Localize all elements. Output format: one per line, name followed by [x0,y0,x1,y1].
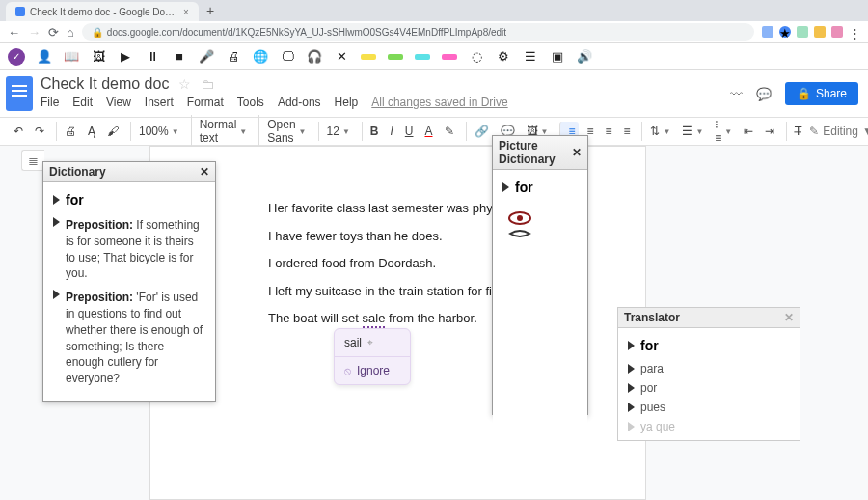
docs-logo-icon[interactable] [6,76,33,111]
bullet-list-icon[interactable]: ⁝≡▼ [711,115,736,148]
close-icon[interactable]: ✕ [572,146,582,159]
docs-toolbar: ↶ ↷ 🖨 Ą 🖌 100%▼ Normal text▼ Open Sans▼ … [0,117,868,146]
translate-icon[interactable]: 🌐 [253,49,268,65]
checkit-icon[interactable]: ✓ [8,48,25,66]
close-tab-icon[interactable]: × [183,7,189,17]
stop-icon[interactable]: ■ [172,49,187,65]
clear-highlight-icon[interactable]: ◌ [469,49,484,65]
voice-icon[interactable]: 🎤 [199,49,214,65]
shuffle-icon[interactable]: ✕ [334,49,349,65]
clear-format-icon[interactable]: T̶ [786,122,805,141]
spellcheck-icon[interactable]: Ą [84,122,99,141]
suggestion-option[interactable]: sail ⌖ [335,329,410,357]
expand-icon[interactable] [628,341,635,350]
underline-icon[interactable]: U [401,122,418,141]
zoom-select[interactable]: 100%▼ [130,122,183,141]
mode-select[interactable]: ✎ Editing▼ [809,125,868,138]
url-input[interactable]: 🔒 docs.google.com/document/d/1KQzE5NkSyY… [82,23,754,41]
menu-help[interactable]: Help [335,96,359,109]
back-icon[interactable]: ← [8,25,20,40]
picture-dictionary-panel[interactable]: Picture Dictionary ✕ for [492,135,588,415]
italic-icon[interactable]: I [386,122,396,141]
ext-icon[interactable] [762,26,773,38]
menu-file[interactable]: File [41,96,59,109]
ext-icon[interactable] [831,26,843,38]
ext-icon[interactable]: ★ [779,26,791,38]
indent-decrease-icon[interactable]: ⇤ [740,122,757,141]
head-icon[interactable]: 👤 [37,49,52,65]
outline-toggle-icon[interactable]: ≣ [21,150,44,171]
line-spacing-icon[interactable]: ⇅▼ [641,122,674,141]
expand-icon[interactable] [53,290,60,299]
print-icon[interactable]: 🖨 [226,49,241,65]
share-button[interactable]: 🔒 Share [785,82,858,105]
close-icon[interactable]: ✕ [200,165,209,179]
paint-format-icon[interactable]: 🖌 [103,122,122,141]
save-status[interactable]: All changes saved in Drive [371,96,507,109]
translation-item[interactable]: ya que [626,417,792,436]
fontsize-select[interactable]: 12▼ [318,122,354,141]
activity-icon[interactable]: 〰 [730,87,743,101]
menu-format[interactable]: Format [187,96,224,109]
menu-edit[interactable]: Edit [72,96,93,109]
translation-item[interactable]: para [626,359,792,378]
book-icon[interactable]: 📖 [64,49,79,65]
ext-icon[interactable] [814,26,826,38]
headset-icon[interactable]: 🎧 [307,49,322,65]
align-right-icon[interactable]: ≡ [601,122,615,141]
expand-icon[interactable] [53,217,60,227]
speak-icon[interactable]: 🔊 [577,49,592,65]
expand-icon[interactable] [628,422,635,431]
expand-icon[interactable] [628,403,635,412]
expand-icon[interactable] [502,182,509,192]
bold-icon[interactable]: B [362,122,383,141]
move-folder-icon[interactable]: 🗀 [201,76,214,92]
screen-icon[interactable]: 🖵 [280,49,295,65]
translation-item[interactable]: por [626,378,792,398]
translation-item[interactable]: pues [626,398,792,417]
image-icon[interactable]: 🖼 [91,49,106,65]
comments-icon[interactable]: 💬 [756,87,772,101]
undo-icon[interactable]: ↶ [10,122,27,141]
expand-icon[interactable] [628,364,635,374]
reload-icon[interactable]: ⟳ [48,25,59,40]
spelling-error[interactable]: sale [363,311,386,328]
menu-view[interactable]: View [106,96,131,109]
home-icon[interactable]: ⌂ [67,25,74,40]
highlight-green-icon[interactable] [388,54,403,60]
textcolor-icon[interactable]: A [420,122,436,141]
list-icon[interactable]: ☰ [523,49,538,65]
expand-icon[interactable] [53,195,60,205]
indent-increase-icon[interactable]: ⇥ [761,122,778,141]
redo-icon[interactable]: ↷ [31,122,48,141]
link-icon[interactable]: 🔗 [466,122,493,141]
settings-icon[interactable]: ⚙ [496,49,511,65]
print-icon[interactable]: 🖨 [56,122,80,141]
expand-icon[interactable] [628,383,635,393]
star-icon[interactable]: ☆ [178,76,191,92]
menu-insert[interactable]: Insert [145,96,174,109]
forward-icon[interactable]: → [28,25,41,40]
menu-tools[interactable]: Tools [237,96,264,109]
pause-icon[interactable]: ⏸ [145,49,160,65]
menu-addons[interactable]: Add-ons [278,96,321,109]
menu-icon[interactable]: ⋮ [849,26,860,38]
close-icon[interactable]: ✕ [784,311,794,324]
numbered-list-icon[interactable]: ☰▼ [678,122,707,141]
video-icon[interactable]: ▣ [550,49,565,65]
document-title[interactable]: Check It demo doc [41,75,169,93]
style-select[interactable]: Normal text▼ [191,115,252,148]
browser-tab[interactable]: Check It demo doc - Google Do… × [6,2,199,21]
align-justify-icon[interactable]: ≡ [619,122,634,141]
highlight-pink-icon[interactable] [442,54,457,60]
highlight-yellow-icon[interactable] [361,54,376,60]
suggestion-ignore[interactable]: ⦸ Ignore [335,357,410,384]
highlight-cyan-icon[interactable] [415,54,430,60]
new-tab-button[interactable]: + [206,3,214,18]
font-select[interactable]: Open Sans▼ [258,115,310,148]
translator-panel[interactable]: Translator ✕ for para por pues ya que [617,307,800,441]
ext-icon[interactable] [797,26,808,38]
highlight-icon[interactable]: ✎ [441,122,458,141]
dictionary-panel[interactable]: Dictionary ✕ for Preposition: If somethi… [42,161,216,402]
play-icon[interactable]: ▶ [118,49,133,65]
